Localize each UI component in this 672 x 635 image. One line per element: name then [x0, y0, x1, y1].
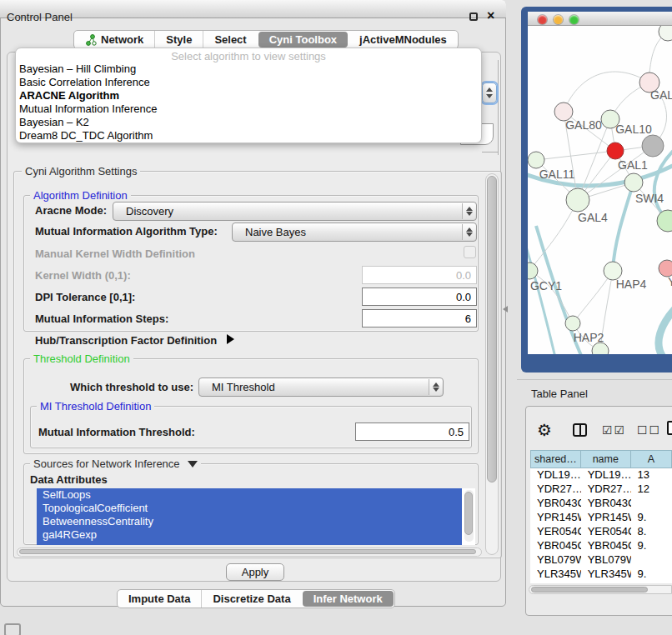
network-node[interactable] — [528, 152, 544, 168]
settings-horizontal-scrollbar-thumb[interactable] — [19, 549, 476, 554]
table-header-row: shared…nameA — [530, 450, 672, 468]
split-columns-icon[interactable] — [573, 423, 587, 437]
algorithm-option[interactable]: ARACNE Algorithm — [16, 89, 481, 102]
partial-selected-row — [37, 542, 462, 545]
network-node-label: GCY1 — [530, 279, 562, 292]
close-icon[interactable]: × — [487, 8, 494, 23]
network-node[interactable] — [624, 173, 643, 192]
table-row[interactable]: YLR345WYLR345W9. — [530, 568, 672, 582]
tab-infer-network[interactable]: Infer Network — [303, 591, 394, 607]
algorithm-option[interactable]: Dream8 DC_TDC Algorithm — [16, 129, 481, 142]
gear-icon[interactable]: ⚙ — [537, 420, 552, 440]
mi-threshold-input[interactable]: 0.5 — [355, 422, 469, 441]
tab-impute-data[interactable]: Impute Data — [118, 590, 201, 608]
kernel-width-label: Kernel Width (0,1): — [35, 269, 131, 282]
settings-vertical-scrollbar-thumb[interactable] — [487, 176, 497, 482]
table-row[interactable]: YBR043CYBR043C — [530, 497, 672, 511]
network-window-titlebar[interactable] — [528, 12, 672, 26]
document-icon[interactable] — [667, 421, 672, 435]
network-edge[interactable] — [613, 182, 634, 269]
table-horizontal-scrollbar-thumb[interactable] — [531, 587, 648, 592]
zoom-traffic-light-icon[interactable] — [569, 15, 579, 24]
network-node-label: HAP4 — [616, 278, 647, 291]
control-panel-tabs: NetworkStyleSelectCyni ToolboxjActiveMNo… — [73, 30, 459, 49]
tab-select[interactable]: Select — [203, 31, 257, 48]
data-attribute-item[interactable]: gal4RGexp — [37, 528, 462, 542]
tab-cyni-toolbox[interactable]: Cyni Toolbox — [258, 32, 348, 48]
table-cell: 8. — [631, 525, 672, 539]
tab-style[interactable]: Style — [154, 31, 203, 48]
algorithm-option[interactable]: Basic Correlation Inference — [16, 76, 481, 89]
algorithm-option[interactable]: Bayesian – K2 — [16, 116, 481, 129]
network-edge[interactable] — [529, 200, 578, 271]
sources-group-expander[interactable]: Sources for Network Inference — [30, 458, 201, 470]
network-node[interactable] — [528, 262, 538, 279]
network-edge[interactable] — [536, 151, 615, 160]
data-attribute-item[interactable]: SelfLoops — [37, 488, 462, 502]
control-panel-titlebar[interactable] — [0, 0, 506, 18]
table-row[interactable]: YBR045CYBR045C9. — [530, 539, 672, 553]
float-window-icon[interactable] — [469, 12, 478, 21]
tab-network[interactable]: Network — [74, 31, 154, 48]
tab-discretize-data[interactable]: Discretize Data — [201, 590, 301, 608]
which-threshold-combo[interactable]: MI Threshold — [198, 378, 444, 397]
manual-kernel-width-checkbox[interactable] — [464, 246, 476, 258]
which-threshold-value: MI Threshold — [212, 381, 275, 393]
mi-steps-input[interactable]: 6 — [362, 309, 477, 328]
network-node[interactable] — [657, 210, 672, 232]
minimized-panel-icon[interactable] — [4, 623, 21, 635]
table-row[interactable]: YDR27…YDR27…12 — [530, 482, 672, 497]
data-attributes-label: Data Attributes — [30, 473, 108, 486]
data-attribute-item[interactable]: BetweennessCentrality — [37, 515, 462, 528]
splitter-collapse-arrow[interactable] — [503, 306, 508, 312]
close-traffic-light-icon[interactable] — [538, 15, 547, 24]
stepper-icon — [429, 379, 442, 395]
network-edge[interactable] — [564, 72, 649, 112]
dpi-tolerance-input[interactable]: 0.0 — [362, 288, 477, 306]
table-column-header[interactable]: A — [631, 450, 672, 468]
table-column-header[interactable]: shared… — [530, 450, 581, 468]
aracne-mode-label: Aracne Mode: — [35, 204, 107, 217]
minimize-traffic-light-icon[interactable] — [554, 15, 563, 24]
table-row[interactable]: YDL19…YDL19…13 — [530, 468, 672, 482]
network-node[interactable] — [642, 135, 664, 157]
network-node-label: Y — [668, 275, 672, 288]
data-attribute-item[interactable]: TopologicalCoefficient — [37, 502, 462, 515]
tab-label: jActiveMNodules — [359, 33, 447, 46]
mi-threshold-label: Mutual Information Threshold: — [38, 426, 195, 438]
table-row[interactable]: YBL079WYBL079W — [530, 553, 672, 568]
table-column-header[interactable]: name — [581, 450, 631, 468]
table-row[interactable]: YER054CYER054C8. — [530, 525, 672, 539]
network-node[interactable] — [659, 260, 672, 277]
table-row[interactable]: YPR145WYPR145W9. — [530, 511, 672, 525]
apply-button[interactable]: Apply — [226, 563, 284, 581]
data-attributes-list[interactable]: SelfLoopsTopologicalCoefficientBetweenne… — [37, 488, 475, 545]
network-edge[interactable] — [528, 236, 556, 354]
attributes-scrollbar[interactable] — [464, 490, 474, 542]
algorithm-option[interactable]: Bayesian – Hill Climbing — [16, 62, 481, 76]
table-cell: YBL079W — [581, 553, 631, 568]
mi-algorithm-type-combo[interactable]: Naive Bayes — [232, 222, 477, 242]
select-checks-icon[interactable]: ☑☑ — [602, 423, 626, 437]
table-row[interactable]: YIL052CYIL052C9. — [530, 582, 672, 583]
network-node[interactable] — [607, 142, 624, 159]
network-canvas[interactable]: GAL80GAL10GAL11GAL1GAL4SWI4GCY1HAP4HAP2G… — [528, 26, 672, 354]
threshold-definition-title: Threshold Definition — [30, 352, 133, 365]
mi-algorithm-type-value: Naive Bayes — [245, 226, 306, 238]
attributes-scrollbar-thumb[interactable] — [464, 492, 473, 535]
algorithm-option[interactable]: Mutual Information Inference — [16, 102, 481, 116]
algorithm-combo-stepper[interactable] — [482, 82, 497, 103]
algorithm-dropdown-placeholder: Select algorithm to view settings — [16, 50, 481, 62]
network-node[interactable] — [566, 188, 589, 212]
network-edge[interactable] — [659, 301, 672, 354]
aracne-mode-combo[interactable]: Discovery — [113, 202, 477, 221]
kernel-width-input[interactable]: 0.0 — [362, 266, 477, 284]
deselect-boxes-icon[interactable]: ☐☐ — [637, 423, 661, 437]
hub-definition-expander[interactable]: Hub/Transcription Factor Definition — [35, 334, 234, 347]
network-node[interactable] — [592, 342, 609, 354]
table-cell: YPR145W — [581, 511, 631, 525]
which-threshold-label: Which threshold to use: — [70, 381, 193, 393]
tab-jactivemnodules[interactable]: jActiveMNodules — [349, 31, 458, 48]
network-edge[interactable] — [573, 271, 613, 323]
network-node[interactable] — [565, 316, 580, 331]
